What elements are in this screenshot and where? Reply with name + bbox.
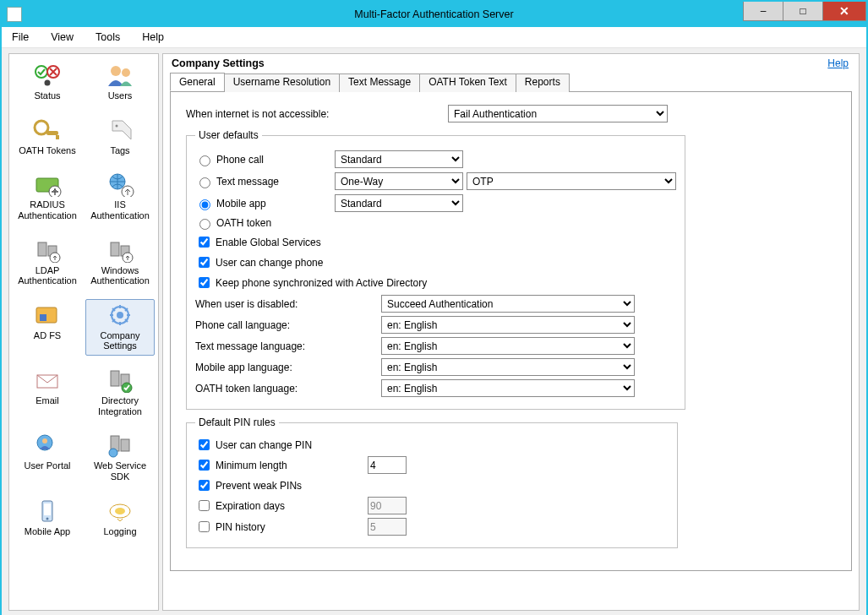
sidebar-item-mobile-app[interactable]: Mobile App <box>13 495 82 542</box>
radio-text-message[interactable] <box>199 177 210 188</box>
text-message-lang-select[interactable]: en: English <box>381 337 635 355</box>
sidebar-item-label: LDAP Authentication <box>14 265 81 286</box>
sidebar-item-directory-int[interactable]: Directory Integration <box>85 364 155 421</box>
email-icon <box>31 367 63 394</box>
sidebar-item-iis-auth[interactable]: IIS Authentication <box>85 168 155 225</box>
check-user-can-change-phone[interactable] <box>199 257 210 268</box>
check-user-can-change-phone-label: User can change phone <box>216 257 323 269</box>
directory-int-icon <box>104 367 136 394</box>
mobile-app-lang-select[interactable]: en: English <box>381 358 635 376</box>
main-header: Company Settings Help <box>172 57 852 69</box>
svg-point-2 <box>45 80 51 86</box>
phone-call-lang-select[interactable]: en: English <box>381 316 635 334</box>
sidebar-item-tags[interactable]: Tags <box>85 114 155 161</box>
phone-call-lang-label: Phone call language: <box>195 319 381 331</box>
check-pin-history[interactable] <box>199 521 210 532</box>
when-user-disabled-select[interactable]: Succeed Authentication <box>381 295 635 313</box>
radio-phone-call[interactable] <box>199 155 210 166</box>
sidebar-item-label: AD FS <box>14 330 81 341</box>
radio-mobile-app-label: Mobile app <box>216 198 335 210</box>
menu-help[interactable]: Help <box>137 30 169 45</box>
tab-body-general: When internet is not accessible: Fail Au… <box>170 91 852 571</box>
check-user-can-change-pin-label: User can change PIN <box>216 439 368 451</box>
tab-oath-token-text[interactable]: OATH Token Text <box>419 73 516 92</box>
svg-point-5 <box>35 121 48 134</box>
sidebar-item-label: Status <box>14 90 81 101</box>
tab-username-resolution[interactable]: Username Resolution <box>224 73 340 92</box>
sidebar-item-ldap-auth[interactable]: LDAP Authentication <box>13 234 82 291</box>
tabs-row: GeneralUsername ResolutionText MessageOA… <box>170 73 852 91</box>
menu-view[interactable]: View <box>46 30 79 45</box>
expiration-days-stepper[interactable] <box>368 497 407 514</box>
svg-point-28 <box>42 438 47 444</box>
svg-rect-6 <box>46 131 58 135</box>
sidebar-item-users[interactable]: Users <box>85 59 155 106</box>
sidebar-item-radius-auth[interactable]: RADIUS Authentication <box>13 168 82 225</box>
check-minimum-length-label: Minimum length <box>216 460 368 471</box>
check-enable-global-services[interactable] <box>199 237 210 248</box>
sidebar-item-label: Directory Integration <box>86 395 154 416</box>
text-message-otp-select[interactable]: OTP <box>467 172 676 190</box>
user-portal-icon <box>31 432 63 459</box>
svg-rect-16 <box>111 242 119 256</box>
svg-point-8 <box>116 124 118 127</box>
users-icon <box>104 62 136 89</box>
sidebar-item-windows-auth[interactable]: Windows Authentication <box>85 234 155 291</box>
radio-oath-token-label: OATH token <box>216 217 335 229</box>
check-pin-history-label: PIN history <box>216 521 368 533</box>
sidebar-item-oath-tokens[interactable]: OATH Tokens <box>13 114 82 161</box>
check-keep-phone-sync[interactable] <box>199 277 210 288</box>
when-internet-select[interactable]: Fail Authentication <box>448 105 668 122</box>
sidebar-item-label: Mobile App <box>14 526 81 537</box>
text-message-lang-label: Text message language: <box>195 340 381 352</box>
oath-tokens-icon <box>31 117 63 144</box>
sidebar-item-logging[interactable]: Logging <box>85 495 155 542</box>
user-defaults-fieldset: User defaults Phone call Standard Text m… <box>186 129 685 410</box>
title-bar: Multi-Factor Authentication Server – □ ✕ <box>2 2 866 27</box>
check-user-can-change-pin[interactable] <box>199 439 210 450</box>
sidebar-item-label: Users <box>86 90 154 101</box>
svg-rect-7 <box>56 135 59 139</box>
tab-general[interactable]: General <box>170 73 225 91</box>
check-keep-phone-sync-label: Keep phone synchronized with Active Dire… <box>216 277 427 289</box>
svg-rect-33 <box>44 503 51 515</box>
mobile-app-mode-select[interactable]: Standard <box>335 194 463 212</box>
sidebar-item-status[interactable]: Status <box>13 59 82 106</box>
check-expiration-days[interactable] <box>199 500 210 511</box>
tab-reports[interactable]: Reports <box>516 73 570 92</box>
adfs-icon <box>31 302 63 329</box>
help-link[interactable]: Help <box>827 57 849 69</box>
oath-token-lang-select[interactable]: en: English <box>381 379 635 397</box>
radio-oath-token[interactable] <box>199 219 210 230</box>
radio-phone-call-label: Phone call <box>216 154 335 166</box>
sidebar-item-label: Logging <box>86 526 154 537</box>
oath-token-lang-label: OATH token language: <box>195 383 381 395</box>
user-defaults-legend: User defaults <box>195 129 262 141</box>
sidebar-item-label: User Portal <box>14 460 81 471</box>
phone-call-mode-select[interactable]: Standard <box>335 150 463 168</box>
radius-auth-icon <box>31 171 63 198</box>
sidebar-item-email[interactable]: Email <box>13 364 82 421</box>
when-user-disabled-label: When user is disabled: <box>195 298 381 310</box>
tags-icon <box>104 117 136 144</box>
menu-file[interactable]: File <box>7 30 34 45</box>
text-message-mode-select[interactable]: One-Way <box>335 172 463 190</box>
sidebar-item-company-settings[interactable]: Company Settings <box>85 299 155 356</box>
check-minimum-length[interactable] <box>199 460 210 471</box>
tab-text-message[interactable]: Text Message <box>339 73 420 92</box>
app-window: Multi-Factor Authentication Server – □ ✕… <box>0 0 868 615</box>
menu-tools[interactable]: Tools <box>90 30 125 45</box>
sidebar-item-adfs[interactable]: AD FS <box>13 299 82 356</box>
status-icon <box>31 62 63 89</box>
pin-history-stepper[interactable] <box>368 518 407 536</box>
radio-mobile-app[interactable] <box>199 199 210 210</box>
check-prevent-weak-pins[interactable] <box>199 480 210 491</box>
sidebar-item-ws-sdk[interactable]: Web Service SDK <box>85 429 155 486</box>
minimum-length-stepper[interactable] <box>368 456 407 474</box>
sidebar-item-label: Tags <box>86 145 154 156</box>
sidebar-item-label: Windows Authentication <box>86 265 154 286</box>
svg-point-22 <box>117 312 123 318</box>
sidebar-item-label: Web Service SDK <box>86 460 154 482</box>
sidebar-item-user-portal[interactable]: User Portal <box>13 429 82 486</box>
svg-rect-24 <box>111 371 119 386</box>
